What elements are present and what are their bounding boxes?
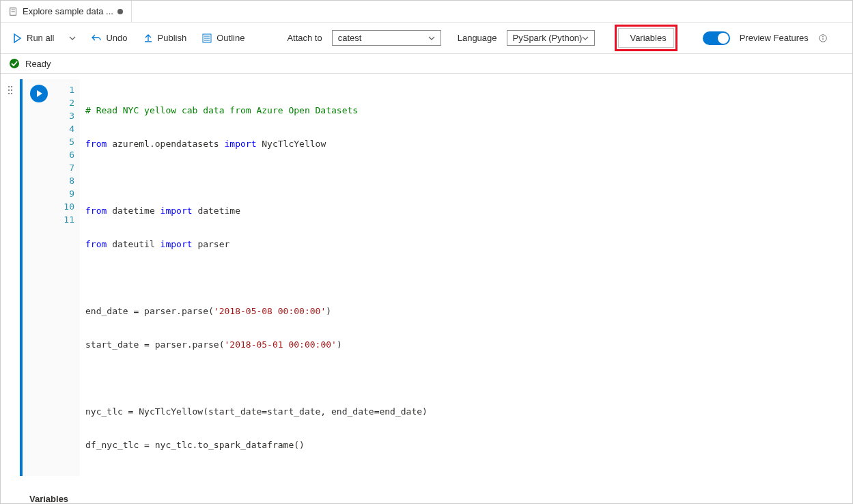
svg-point-18 <box>8 89 10 91</box>
chevron-down-icon <box>582 35 589 42</box>
language-value: PySpark (Python) <box>513 33 583 43</box>
language-select[interactable]: PySpark (Python) <box>507 30 596 46</box>
preview-label: Preview Features <box>740 33 809 43</box>
run-all-label: Run all <box>27 33 54 43</box>
drag-icon <box>7 85 14 96</box>
play-icon <box>12 33 23 44</box>
variables-button[interactable]: Variables <box>618 28 673 48</box>
tab-bar: Explore sample data ... <box>1 1 852 23</box>
undo-icon <box>91 33 102 44</box>
tab-title: Explore sample data ... <box>23 6 113 16</box>
language-label: Language <box>458 33 497 43</box>
outline-icon <box>201 33 212 44</box>
svg-point-17 <box>11 86 12 87</box>
svg-marker-22 <box>37 90 42 97</box>
chevron-down-icon <box>428 35 435 42</box>
notebook-icon <box>9 7 18 16</box>
svg-point-19 <box>11 89 12 91</box>
svg-marker-3 <box>14 34 20 42</box>
run-all-button[interactable]: Run all <box>9 30 57 46</box>
code-editor[interactable]: # Read NYC yellow cab data from Azure Op… <box>80 79 847 476</box>
variables-label: Variables <box>630 33 666 43</box>
run-all-dropdown[interactable] <box>66 32 79 44</box>
attach-to-value: catest <box>338 33 362 43</box>
svg-point-15 <box>10 59 19 68</box>
attach-to-select[interactable]: catest <box>332 30 441 46</box>
status-text: Ready <box>25 59 51 69</box>
svg-point-21 <box>11 93 12 94</box>
chevron-down-icon <box>69 35 76 42</box>
tab-variables[interactable]: Variables <box>28 490 70 504</box>
line-gutter: 1234567891011 <box>55 79 80 476</box>
svg-point-20 <box>8 93 10 94</box>
unsaved-dot-icon <box>117 9 123 14</box>
svg-point-16 <box>8 86 10 87</box>
publish-label: Publish <box>158 33 187 43</box>
attach-to-label: Attach to <box>287 33 322 43</box>
panel-tabs: Variables <box>1 481 852 504</box>
undo-label: Undo <box>106 33 127 43</box>
publish-icon <box>143 33 154 44</box>
cell-drag-handle[interactable] <box>1 74 20 481</box>
check-icon <box>9 58 20 69</box>
play-icon <box>35 89 43 98</box>
status-bar: Ready <box>1 54 852 74</box>
run-cell-button[interactable] <box>30 85 48 102</box>
info-icon[interactable] <box>818 33 828 43</box>
publish-button[interactable]: Publish <box>140 30 190 46</box>
undo-button[interactable]: Undo <box>88 30 130 46</box>
preview-toggle[interactable] <box>703 31 730 45</box>
notebook-area: 1234567891011 # Read NYC yellow cab data… <box>1 74 852 481</box>
outline-button[interactable]: Outline <box>199 30 247 46</box>
code-cell: 1234567891011 # Read NYC yellow cab data… <box>20 79 847 476</box>
toolbar: Run all Undo Publish Outline Attach to c… <box>1 23 852 54</box>
svg-point-14 <box>822 36 823 36</box>
notebook-tab[interactable]: Explore sample data ... <box>1 1 132 22</box>
outline-label: Outline <box>216 33 244 43</box>
